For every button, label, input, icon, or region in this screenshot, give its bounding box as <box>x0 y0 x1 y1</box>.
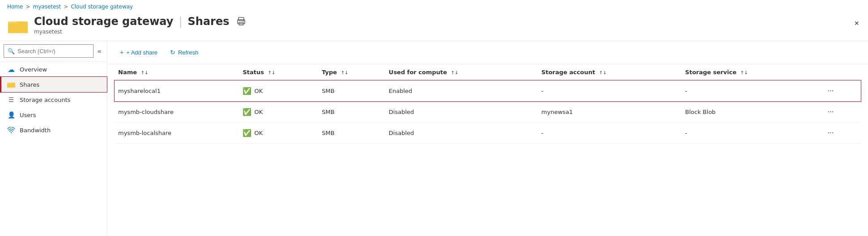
sidebar-item-overview[interactable]: ☁ Overview <box>0 62 107 77</box>
table-row[interactable]: mysmb-localshare ✅ OK SMB Disabled - - ·… <box>115 122 861 143</box>
main-layout: 🔍 « ☁ Overview Shares ☰ Storage accounts <box>0 41 868 236</box>
cell-compute-2: Disabled <box>385 122 538 143</box>
toolbar: + + Add share ↻ Refresh <box>107 41 868 64</box>
cell-storage-service-0: - <box>681 80 820 101</box>
resource-icon <box>7 16 29 34</box>
status-text: OK <box>254 109 263 115</box>
breadcrumb-cloud-storage-gateway[interactable]: Cloud storage gateway <box>71 4 133 10</box>
search-icon: 🔍 <box>8 48 15 55</box>
status-ok-icon: ✅ <box>243 129 251 137</box>
sidebar-label-bandwidth: Bandwidth <box>20 127 51 134</box>
resource-subtitle: myasetest <box>34 29 246 35</box>
sort-icon-storage-account: ↑↓ <box>599 70 607 75</box>
close-button[interactable]: × <box>852 17 861 30</box>
more-options-button[interactable]: ··· <box>824 106 837 118</box>
cell-type-2: SMB <box>318 122 385 143</box>
sidebar-label-users: Users <box>20 112 36 118</box>
cell-name-0: mysharelocal1 <box>115 80 239 101</box>
cell-compute-1: Disabled <box>385 101 538 122</box>
sort-icon-type: ↑↓ <box>341 70 349 75</box>
add-share-label: + Add share <box>126 49 157 56</box>
folder-icon <box>7 80 15 88</box>
collapse-button[interactable]: « <box>95 45 103 57</box>
table-row[interactable]: mysharelocal1 ✅ OK SMB Enabled - - ··· <box>115 80 861 101</box>
sort-icon-storage-service: ↑↓ <box>740 70 748 75</box>
breadcrumb: Home > myasetest > Cloud storage gateway <box>0 0 868 13</box>
content-area: + + Add share ↻ Refresh Name ↑↓ <box>107 41 868 236</box>
status-ok-icon: ✅ <box>243 87 251 95</box>
cell-status-0: ✅ OK <box>239 80 318 101</box>
refresh-button[interactable]: ↻ Refresh <box>165 46 204 59</box>
cell-compute-0: Enabled <box>385 80 538 101</box>
section-name: Shares <box>188 15 230 28</box>
svg-rect-7 <box>7 84 15 88</box>
sidebar-item-bandwidth[interactable]: Bandwidth <box>0 122 107 138</box>
page-header: Cloud storage gateway | Shares myasetest… <box>0 13 868 41</box>
refresh-label: Refresh <box>178 49 199 56</box>
cell-more-2[interactable]: ··· <box>821 122 861 143</box>
col-header-actions <box>821 64 861 80</box>
print-icon[interactable] <box>237 17 246 26</box>
user-icon: 👤 <box>7 111 15 119</box>
sort-icon-compute: ↑↓ <box>451 70 459 75</box>
storage-icon: ☰ <box>7 96 15 104</box>
wifi-icon <box>7 126 15 134</box>
sidebar-label-shares: Shares <box>20 81 39 88</box>
table-row[interactable]: mysmb-cloudshare ✅ OK SMB Disabled mynew… <box>115 101 861 122</box>
cell-name-1: mysmb-cloudshare <box>115 101 239 122</box>
col-header-compute[interactable]: Used for compute ↑↓ <box>385 64 538 80</box>
sort-icon-status: ↑↓ <box>268 70 276 75</box>
cell-storage-account-2: - <box>538 122 681 143</box>
svg-point-5 <box>243 21 244 22</box>
col-header-type[interactable]: Type ↑↓ <box>318 64 385 80</box>
cell-storage-account-0: - <box>538 80 681 101</box>
sidebar-label-overview: Overview <box>20 66 47 73</box>
cell-storage-service-1: Block Blob <box>681 101 820 122</box>
col-header-name[interactable]: Name ↑↓ <box>115 64 239 80</box>
cell-more-0[interactable]: ··· <box>821 80 861 101</box>
cell-status-2: ✅ OK <box>239 122 318 143</box>
cell-status-1: ✅ OK <box>239 101 318 122</box>
svg-point-8 <box>11 132 12 133</box>
cell-storage-account-1: mynewsa1 <box>538 101 681 122</box>
cell-storage-service-2: - <box>681 122 820 143</box>
shares-table: Name ↑↓ Status ↑↓ Type ↑↓ Used for com <box>115 64 861 143</box>
breadcrumb-myasetest[interactable]: myasetest <box>33 4 61 10</box>
svg-rect-1 <box>8 23 28 33</box>
more-options-button[interactable]: ··· <box>824 85 837 97</box>
status-ok-icon: ✅ <box>243 108 251 116</box>
cell-type-0: SMB <box>318 80 385 101</box>
header-title-block: Cloud storage gateway | Shares myasetest <box>34 15 246 35</box>
resource-name: Cloud storage gateway <box>34 15 173 28</box>
search-box[interactable]: 🔍 <box>4 44 94 58</box>
status-text: OK <box>254 130 263 136</box>
shares-table-container: Name ↑↓ Status ↑↓ Type ↑↓ Used for com <box>107 64 868 143</box>
breadcrumb-sep-1: > <box>26 4 30 10</box>
status-text: OK <box>254 88 263 94</box>
sidebar-label-storage-accounts: Storage accounts <box>20 97 71 103</box>
table-header-row: Name ↑↓ Status ↑↓ Type ↑↓ Used for com <box>115 64 861 80</box>
cell-more-1[interactable]: ··· <box>821 101 861 122</box>
col-header-storage-account[interactable]: Storage account ↑↓ <box>538 64 681 80</box>
svg-rect-2 <box>238 17 244 21</box>
breadcrumb-sep-2: > <box>64 4 68 10</box>
search-container: 🔍 « <box>0 41 107 62</box>
search-input[interactable] <box>17 48 89 55</box>
sidebar-item-users[interactable]: 👤 Users <box>0 107 107 122</box>
sidebar: 🔍 « ☁ Overview Shares ☰ Storage accounts <box>0 41 107 236</box>
add-share-button[interactable]: + + Add share <box>115 46 163 59</box>
breadcrumb-home[interactable]: Home <box>7 4 23 10</box>
sort-icon-name: ↑↓ <box>141 70 149 75</box>
header-title: Cloud storage gateway | Shares <box>34 15 246 28</box>
add-icon: + <box>120 49 123 56</box>
sidebar-item-shares[interactable]: Shares <box>0 77 107 92</box>
cell-type-1: SMB <box>318 101 385 122</box>
refresh-icon: ↻ <box>170 49 175 56</box>
more-options-button[interactable]: ··· <box>824 127 837 139</box>
col-header-status[interactable]: Status ↑↓ <box>239 64 318 80</box>
title-divider: | <box>179 15 182 28</box>
sidebar-item-storage-accounts[interactable]: ☰ Storage accounts <box>0 92 107 107</box>
cloud-icon: ☁ <box>7 65 15 73</box>
cell-name-2: mysmb-localshare <box>115 122 239 143</box>
col-header-storage-service[interactable]: Storage service ↑↓ <box>681 64 820 80</box>
